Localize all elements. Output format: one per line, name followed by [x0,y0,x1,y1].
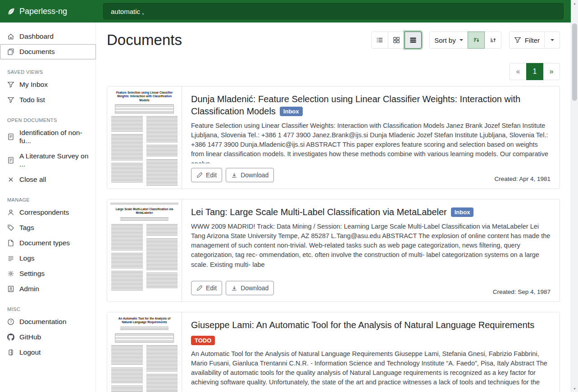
sidebar-item-open-doc-2[interactable]: A Literature Survey on ... [0,149,96,172]
documents-header: Documents Sort by [107,32,560,49]
sidebar-item-label: Identification of non-fu... [19,129,89,145]
sidebar-item-correspondents[interactable]: Correspondents [0,205,96,220]
sidebar-item-label: Close all [19,176,46,184]
tag-badge[interactable]: Inbox [451,207,474,217]
top-navbar: Paperless-ng [0,0,578,23]
document-card-body: Lei Tang: Large Scale Multi-Label Classi… [182,199,560,302]
created-date: Created: Apr 4, 1981 [494,176,551,182]
sidebar-item-open-doc-1[interactable]: Identification of non-fu... [0,125,96,149]
document-excerpt: Feature Selection using Linear Classifie… [191,121,551,163]
person-icon [7,209,14,216]
question-circle-icon: ? [7,318,14,325]
sidebar-item-github[interactable]: GitHub [0,329,96,345]
view-grid-button[interactable] [388,32,405,49]
edit-button[interactable]: Edit [191,281,222,295]
badge-row: TODO [191,336,551,345]
filter-group: Filter [509,32,560,49]
funnel-icon [514,36,521,44]
document-excerpt: An Automatic Tool for the Analysis of Na… [191,349,551,389]
sidebar-item-label: Document types [19,239,70,247]
sidebar-item-label: Logout [19,348,41,356]
pencil-icon [196,285,203,291]
document-thumbnail[interactable]: Feature Selection using Linear Classifie… [107,86,182,189]
sort-direction-asc-button[interactable] [484,32,501,49]
pagination-page-1-button[interactable]: 1 [526,63,543,80]
sidebar-item-label: Documents [19,48,55,56]
view-list-button[interactable] [371,32,388,49]
gear-icon [7,270,14,277]
funnel-icon [7,81,14,88]
sort-direction-desc-button[interactable] [468,32,485,49]
sidebar-item-documents[interactable]: Documents [0,44,96,59]
pagination-next-button[interactable]: » [543,63,560,80]
sidebar-item-admin[interactable]: Admin [0,281,96,297]
sort-by-button[interactable]: Sort by [429,32,468,49]
scrollbar: ▲ ▼ [571,0,578,392]
sidebar-section-saved-views: SAVED VIEWS [7,69,89,75]
sort-by-label: Sort by [434,36,456,44]
thumbnail-authors [120,217,168,221]
document-thumbnail[interactable]: An Automatic Tool for the Analysis of Na… [107,312,182,392]
sidebar-item-logout[interactable]: Logout [0,345,96,360]
sort-down-icon [473,36,480,44]
thumbnail-columns [111,116,177,188]
sidebar-item-label: Tags [19,224,34,232]
file-text-icon [7,157,14,164]
document-title[interactable]: Dunja Mladenić: Feature Selection using … [191,93,551,117]
document-title[interactable]: Giuseppe Lami: An Automatic Tool for the… [191,319,551,331]
view-toggle-group [371,32,422,49]
thumbnail-columns [111,224,177,293]
person-badge-icon [7,285,14,293]
sidebar-item-document-types[interactable]: Document types [0,235,96,251]
list-icon [7,255,14,262]
thumbnail-title: Large Scale Multi-Label Classification v… [113,207,176,215]
sidebar-item-label: GitHub [19,333,41,341]
download-label: Download [241,284,269,292]
door-icon [7,349,14,356]
document-title-text: Dunja Mladenić: Feature Selection using … [191,94,520,116]
sidebar-item-settings[interactable]: Settings [0,266,96,281]
thumbnail-title: An Automatic Tool for the Analysis of Na… [113,317,176,324]
paperless-logo-icon [7,7,15,16]
document-title[interactable]: Lei Tang: Large Scale Multi-Label Classi… [191,206,551,218]
thumbnail-page: Large Scale Multi-Label Classification v… [107,199,182,302]
pagination-prev-button[interactable]: « [510,63,527,80]
file-text-icon [7,133,14,140]
document-card-footer: Edit Download Created: Apr 4, 1981 [191,163,551,182]
sidebar-item-close-all[interactable]: Close all [0,172,96,187]
sidebar-item-tags[interactable]: Tags [0,220,96,235]
funnel-icon [7,96,14,104]
sidebar-item-dashboard[interactable]: Dashboard [0,29,96,44]
sidebar-item-todo-list[interactable]: Todo list [0,92,96,108]
filter-dropdown-button[interactable] [544,32,560,49]
thumbnail-title: Feature Selection using Linear Classifie… [113,91,176,102]
sidebar-item-label: Settings [19,270,45,278]
scrollbar-down-arrow[interactable]: ▼ [571,387,578,390]
thumbnail-abstract-box [115,333,174,342]
download-button[interactable]: Download [226,168,274,182]
document-thumbnail[interactable]: Large Scale Multi-Label Classification v… [107,199,182,302]
filter-label: Filter [525,36,540,44]
document-title-text: Giuseppe Lami: An Automatic Tool for the… [191,320,534,330]
sidebar-item-logs[interactable]: Logs [0,251,96,266]
sort-alpha-icon [489,36,496,44]
tag-badge[interactable]: Inbox [280,107,303,116]
download-button[interactable]: Download [226,281,274,295]
svg-text:?: ? [10,320,12,324]
document-card: An Automatic Tool for the Analysis of Na… [107,312,560,392]
sidebar-item-my-inbox[interactable]: My Inbox [0,77,96,92]
sidebar-item-label: Admin [19,285,39,293]
toolbar: Sort by Filter [371,32,560,49]
brand-link[interactable]: Paperless-ng [0,7,96,16]
list-view-icon [376,36,383,44]
tag-badge[interactable]: TODO [191,336,215,345]
scrollbar-up-arrow[interactable]: ▲ [571,2,578,5]
document-excerpt: WWW 2009 MADRID! Track: Data Mining / Se… [191,222,551,270]
sidebar-item-documentation[interactable]: ? Documentation [0,314,96,329]
edit-button[interactable]: Edit [191,168,222,182]
sidebar-section-manage: MANAGE [7,197,89,203]
view-details-button[interactable] [405,32,422,49]
scrollbar-thumb[interactable] [572,23,577,101]
search-input[interactable] [103,3,564,19]
filter-button[interactable]: Filter [509,32,545,49]
